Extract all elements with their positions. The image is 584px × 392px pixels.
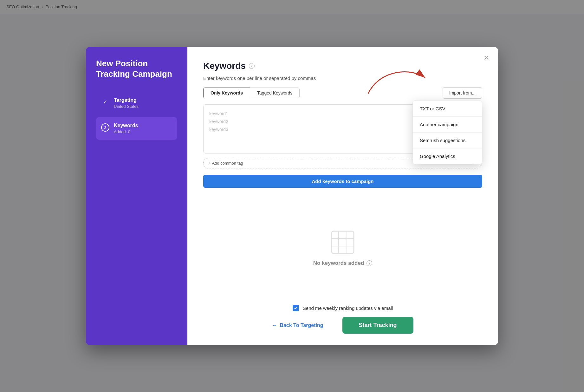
sidebar-step-keywords[interactable]: 2 Keywords Added: 0 [96,117,177,140]
add-tag-label: + Add common tag [209,161,243,166]
step-targeting-info: Targeting United States [114,97,139,109]
back-arrow-icon: ← [272,323,277,328]
step-targeting-sub: United States [114,104,139,109]
check-icon: ✓ [101,98,109,106]
no-keywords-section: No keywords added i [203,194,482,302]
email-checkbox[interactable] [293,305,299,311]
step-targeting-label: Targeting [114,97,139,103]
import-button[interactable]: Import from... [443,87,482,99]
import-dropdown: TXT or CSV Another campaign Semrush sugg… [412,101,482,164]
sidebar-step-targeting[interactable]: ✓ Targeting United States [96,92,177,114]
import-wrapper: Import from... TXT or CSV Another campai… [443,87,482,99]
no-keywords-icon [330,230,355,255]
step-keywords-number: 2 [101,123,109,132]
dropdown-item-another-campaign[interactable]: Another campaign [413,117,482,133]
step-keywords-label: Keywords [114,123,138,128]
checkmark-icon [294,306,298,310]
close-button[interactable]: ✕ [482,53,490,63]
email-row: Send me weekly ranking updates via email [203,305,482,311]
modal-sidebar: New Position Tracking Campaign ✓ Targeti… [86,47,187,345]
content-title-row: Keywords i [203,61,482,71]
modal-bottom: Send me weekly ranking updates via email… [203,305,482,334]
back-label: Back To Targeting [280,323,323,328]
info-icon[interactable]: i [249,63,255,69]
content-subtitle: Enter keywords one per line or separated… [203,75,482,81]
email-label: Send me weekly ranking updates via email [303,305,393,311]
modal: New Position Tracking Campaign ✓ Targeti… [86,47,498,345]
svg-rect-1 [332,231,354,253]
add-keywords-button[interactable]: Add keywords to campaign [203,175,482,188]
tab-only-keywords[interactable]: Only Keywords [203,88,250,98]
step-keywords-info: Keywords Added: 0 [114,123,138,134]
dropdown-item-txt-csv[interactable]: TXT or CSV [413,101,482,117]
dropdown-item-semrush[interactable]: Semrush suggestions [413,133,482,148]
tab-tagged-keywords[interactable]: Tagged Keywords [250,88,300,98]
modal-title: New Position Tracking Campaign [96,58,177,79]
tab-import-wrapper: Only Keywords Tagged Keywords Import fro… [203,87,482,99]
start-tracking-button[interactable]: Start Tracking [342,317,413,334]
no-keywords-info-icon[interactable]: i [367,260,372,266]
step-keywords-sub: Added: 0 [114,129,138,134]
back-to-targeting-button[interactable]: ← Back To Targeting [272,323,323,328]
content-title: Keywords [203,61,246,71]
dropdown-item-google-analytics[interactable]: Google Analytics [413,148,482,164]
action-row: ← Back To Targeting Start Tracking [203,317,482,334]
no-keywords-label: No keywords added i [313,260,373,266]
tabs-group: Only Keywords Tagged Keywords [203,88,300,98]
modal-backdrop: New Position Tracking Campaign ✓ Targeti… [0,0,584,392]
modal-main-content: ✕ Keywords i Enter keywords one per line… [187,47,498,345]
curved-arrow [362,68,432,100]
